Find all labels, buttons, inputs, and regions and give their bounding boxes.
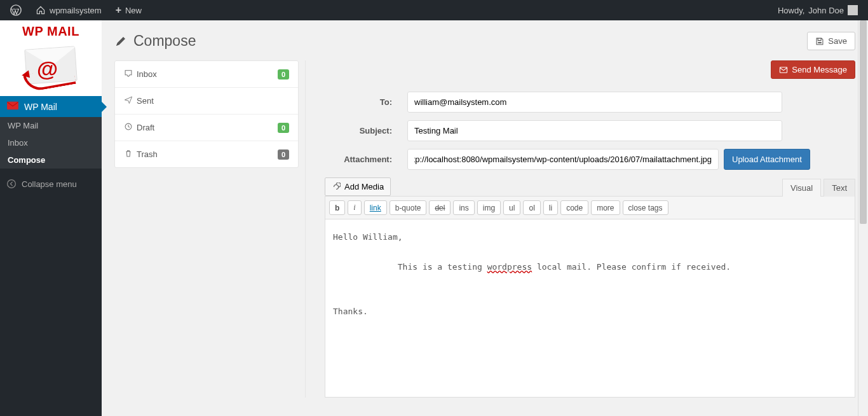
label-subject: Subject: bbox=[325, 126, 407, 135]
editor-toolbar: b i link b-quote del ins img ul ol li co… bbox=[325, 196, 855, 219]
btn-code[interactable]: code bbox=[560, 200, 588, 215]
admin-sidebar: WP MAIL @ WP Mail WP Mail Inbox Compose … bbox=[0, 20, 102, 416]
label-to: To: bbox=[325, 97, 407, 107]
folder-label: Draft bbox=[137, 123, 278, 132]
submenu-inbox[interactable]: Inbox bbox=[0, 134, 102, 151]
editor: Add Media Visual Text b i link b-quote d… bbox=[325, 177, 855, 398]
svg-point-2 bbox=[8, 180, 16, 188]
row-to: To: bbox=[325, 92, 855, 113]
save-icon bbox=[815, 37, 824, 46]
folder-badge: 0 bbox=[278, 149, 289, 160]
label-attachment: Attachment: bbox=[325, 155, 407, 164]
folders-column: Inbox 0 Sent Draft 0 Trash 0 bbox=[114, 60, 299, 398]
submenu-compose[interactable]: Compose bbox=[0, 151, 102, 169]
adminbar-left: wpmailsystem + New bbox=[5, 0, 147, 20]
folder-draft[interactable]: Draft 0 bbox=[115, 114, 298, 141]
pencil-icon bbox=[114, 35, 127, 48]
folder-label: Sent bbox=[137, 96, 289, 106]
submenu-wpmail[interactable]: WP Mail bbox=[0, 117, 102, 134]
howdy-prefix: Howdy, bbox=[778, 6, 804, 15]
user-name: John Doe bbox=[808, 6, 844, 15]
collapse-icon bbox=[6, 179, 17, 189]
btn-link[interactable]: link bbox=[364, 200, 387, 215]
menu-label: WP Mail bbox=[24, 102, 57, 112]
page-title: Compose bbox=[133, 32, 196, 50]
logo-title: WP MAIL bbox=[4, 24, 98, 39]
upload-attachment-button[interactable]: Upload Attachment bbox=[724, 149, 810, 170]
compose-column: Send Message To: Subject: Attachment: bbox=[305, 60, 855, 398]
subject-input[interactable] bbox=[407, 120, 782, 141]
scrollbar[interactable] bbox=[858, 20, 868, 416]
content: Compose Save Inbox 0 Sent Draf bbox=[102, 20, 868, 416]
folder-label: Trash bbox=[137, 149, 278, 159]
svg-rect-4 bbox=[780, 67, 787, 72]
home-icon bbox=[36, 5, 46, 15]
spellcheck-word: wordpress bbox=[487, 262, 532, 272]
btn-del[interactable]: del bbox=[429, 200, 451, 215]
admin-menu: WP Mail WP Mail Inbox Compose bbox=[0, 96, 102, 169]
btn-ol[interactable]: ol bbox=[523, 200, 540, 215]
to-input[interactable] bbox=[407, 92, 782, 113]
attachment-input[interactable] bbox=[407, 149, 719, 170]
menu-wpmail[interactable]: WP Mail bbox=[0, 96, 102, 117]
page-title-wrap: Compose bbox=[114, 32, 196, 50]
btn-ins[interactable]: ins bbox=[453, 200, 474, 215]
btn-italic[interactable]: i bbox=[348, 200, 361, 215]
svg-rect-1 bbox=[7, 102, 18, 109]
actions: Send Message bbox=[325, 60, 855, 79]
submenu: WP Mail Inbox Compose bbox=[0, 117, 102, 169]
mail-icon bbox=[6, 101, 19, 112]
editor-body[interactable]: Hello William, This is a testing wordpre… bbox=[325, 219, 855, 398]
btn-close-tags[interactable]: close tags bbox=[623, 200, 668, 215]
wp-logo[interactable] bbox=[5, 0, 27, 20]
site-name: wpmailsystem bbox=[50, 6, 102, 15]
row-attachment: Attachment: Upload Attachment bbox=[325, 149, 855, 170]
plus-icon: + bbox=[116, 4, 121, 16]
scrollbar-thumb[interactable] bbox=[860, 20, 867, 224]
clock-icon bbox=[124, 122, 137, 133]
folder-badge: 0 bbox=[278, 123, 289, 133]
btn-more[interactable]: more bbox=[591, 200, 620, 215]
btn-ul[interactable]: ul bbox=[503, 200, 520, 215]
page-header: Compose Save bbox=[114, 32, 855, 50]
envelope-icon bbox=[779, 66, 788, 74]
folder-label: Inbox bbox=[137, 69, 278, 79]
wordpress-icon bbox=[10, 4, 22, 16]
paper-plane-icon bbox=[124, 95, 137, 106]
folder-sent[interactable]: Sent bbox=[115, 88, 298, 114]
tab-text[interactable]: Text bbox=[824, 179, 855, 197]
account-menu[interactable]: Howdy, John Doe bbox=[773, 0, 863, 20]
folder-inbox[interactable]: Inbox 0 bbox=[115, 61, 298, 88]
save-button[interactable]: Save bbox=[807, 32, 855, 50]
collapse-label: Collapse menu bbox=[22, 179, 77, 189]
columns: Inbox 0 Sent Draft 0 Trash 0 bbox=[114, 60, 855, 398]
btn-li[interactable]: li bbox=[543, 200, 558, 215]
inbox-icon bbox=[124, 69, 137, 80]
tab-visual[interactable]: Visual bbox=[782, 179, 821, 197]
add-media-button[interactable]: Add Media bbox=[325, 177, 391, 196]
btn-bold[interactable]: b bbox=[329, 200, 345, 215]
row-subject: Subject: bbox=[325, 120, 855, 141]
btn-bquote[interactable]: b-quote bbox=[390, 200, 427, 215]
new-menu[interactable]: + New bbox=[111, 0, 147, 20]
logo-image: @ bbox=[19, 41, 83, 92]
media-icon bbox=[332, 183, 341, 191]
collapse-menu[interactable]: Collapse menu bbox=[0, 172, 102, 195]
send-message-button[interactable]: Send Message bbox=[771, 60, 855, 79]
avatar-icon bbox=[848, 5, 858, 15]
folder-badge: 0 bbox=[278, 69, 289, 80]
btn-img[interactable]: img bbox=[477, 200, 501, 215]
folder-list: Inbox 0 Sent Draft 0 Trash 0 bbox=[114, 60, 299, 168]
site-link[interactable]: wpmailsystem bbox=[31, 0, 107, 20]
folder-trash[interactable]: Trash 0 bbox=[115, 141, 298, 167]
trash-icon bbox=[124, 149, 137, 160]
plugin-logo: WP MAIL @ bbox=[0, 20, 102, 96]
editor-top: Add Media Visual Text bbox=[325, 177, 855, 196]
new-label: New bbox=[125, 6, 142, 15]
adminbar: wpmailsystem + New Howdy, John Doe bbox=[0, 0, 868, 20]
